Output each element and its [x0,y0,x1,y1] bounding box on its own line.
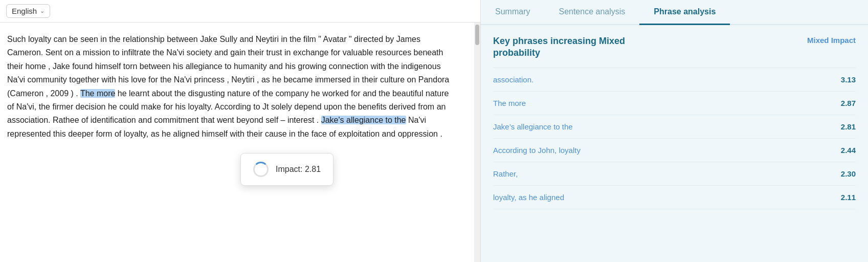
text-content: Such loyalty can be seen in the relation… [0,23,471,151]
impact-label: Impact: 2.81 [276,165,321,174]
scrollbar[interactable] [474,23,480,262]
phrase-label: According to John, loyalty [493,146,581,155]
phrase-row: association.3.13 [493,68,856,92]
phrase-list: association.3.13The more2.87Jake’s alleg… [493,68,856,209]
mixed-impact-label: Mixed Impact [807,36,856,45]
phrase-row: Jake’s allegiance to the2.81 [493,115,856,139]
phrase-label: association. [493,75,533,84]
panel-header-title: Key phrases increasing Mixed probability [493,35,636,59]
phrase-value: 2.11 [841,193,856,202]
highlight-jakes-allegiance: Jake's allegiance to the [321,116,406,124]
text-area-wrapper: Such loyalty can be seen in the relation… [0,23,480,262]
phrase-label: Jake’s allegiance to the [493,122,573,131]
panel-header-col: Mixed Impact [807,35,856,46]
phrase-value: 2.81 [841,122,856,131]
loading-spinner [253,162,269,177]
phrase-row: According to John, loyalty2.44 [493,139,856,162]
phrase-label: Rather, [493,169,518,178]
phrase-label: loyalty, as he aligned [493,193,564,202]
phrase-panel: Key phrases increasing Mixed probability… [481,25,868,262]
phrase-value: 3.13 [841,75,856,84]
tab-bar: Summary Sentence analysis Phrase analysi… [481,0,868,25]
tab-phrase-analysis[interactable]: Phrase analysis [639,0,730,25]
phrase-value: 2.30 [841,169,856,178]
chevron-down-icon: ⌄ [40,8,44,14]
phrase-row: Rather,2.30 [493,162,856,186]
left-panel: English ⌄ Such loyalty can be seen in th… [0,0,481,262]
scrollbar-thumb [475,25,479,45]
right-panel: Summary Sentence analysis Phrase analysi… [481,0,868,262]
phrase-row: loyalty, as he aligned2.11 [493,186,856,209]
text-of-identification: e of identification and commitment that … [75,116,321,124]
panel-header: Key phrases increasing Mixed probability… [493,25,856,68]
tab-sentence-analysis[interactable]: Sentence analysis [544,0,639,25]
phrase-label: The more [493,99,526,107]
phrase-row: The more2.87 [493,92,856,115]
impact-tooltip: Impact: 2.81 [240,153,333,186]
tab-summary[interactable]: Summary [481,0,544,25]
language-label: English [12,7,37,15]
highlight-the-more: The more [80,89,115,98]
phrase-value: 2.87 [841,99,856,107]
language-selector[interactable]: English ⌄ [6,4,50,18]
toolbar: English ⌄ [0,0,480,23]
text-body-start: Such loyalty can be seen in the relation… [7,35,449,111]
phrase-value: 2.44 [841,146,856,155]
